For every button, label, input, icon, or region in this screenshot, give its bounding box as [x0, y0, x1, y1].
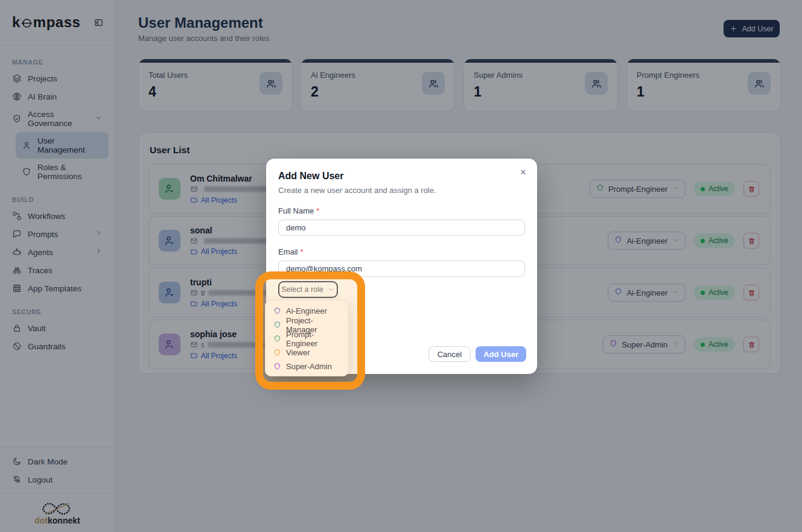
- full-name-field[interactable]: [278, 220, 525, 236]
- shield-icon: [273, 321, 281, 329]
- shield-icon: [273, 307, 281, 315]
- email-label: Email*: [278, 247, 525, 256]
- required-asterisk: *: [316, 206, 319, 215]
- full-name-label: Full Name*: [278, 206, 525, 215]
- role-dropdown-menu: Ai-Engineer Project-Manager Prompt-Engin…: [265, 300, 349, 376]
- modal-title: Add New User: [278, 171, 525, 182]
- role-option-super-admin[interactable]: Super-Admin: [266, 359, 348, 373]
- email-field[interactable]: [278, 261, 525, 277]
- role-option-prompt-engineer[interactable]: Prompt-Engineer: [266, 332, 348, 346]
- shield-icon: [273, 335, 281, 343]
- required-asterisk: *: [301, 247, 304, 256]
- role-select-trigger[interactable]: Select a role: [278, 281, 338, 298]
- shield-icon: [273, 349, 281, 356]
- cancel-button[interactable]: Cancel: [428, 346, 471, 362]
- chevron-down-icon: [328, 286, 335, 293]
- add-user-submit-button[interactable]: Add User: [476, 346, 526, 362]
- close-icon[interactable]: ×: [518, 165, 529, 180]
- modal-subtitle: Create a new user account and assign a r…: [278, 186, 525, 195]
- shield-icon: [273, 363, 281, 370]
